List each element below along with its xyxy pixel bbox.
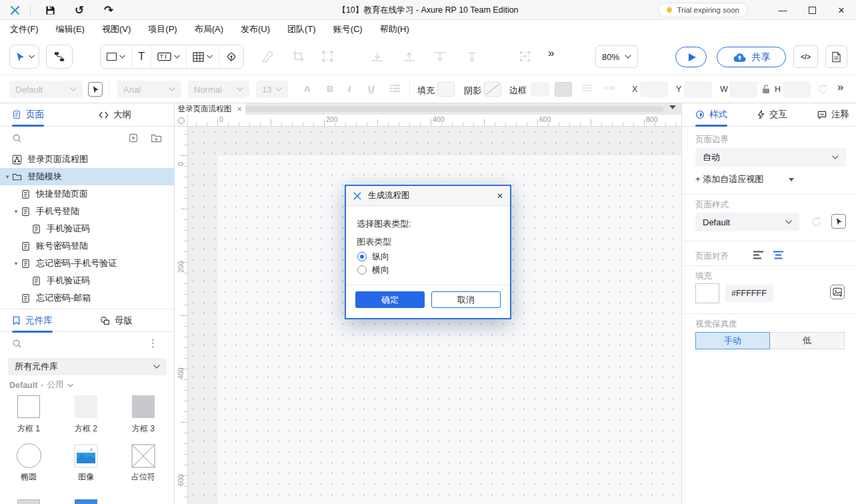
font-family-dropdown[interactable]: Arial [117,81,181,98]
menu-edit[interactable]: 编辑(E) [47,20,93,39]
add-page-icon[interactable] [128,133,139,143]
cancel-button[interactable]: 取消 [431,291,501,308]
text-tool-button[interactable]: T [132,45,151,68]
maximize-button[interactable] [797,0,827,20]
inspect-code-button[interactable]: </> [793,45,818,68]
redo-icon[interactable]: ↷ [99,2,119,18]
search-icon[interactable] [12,133,22,143]
fill-swatch[interactable] [437,82,455,97]
undo-icon[interactable]: ↺ [69,2,89,18]
font-color-button[interactable]: A [304,84,311,94]
menu-team[interactable]: 团队(T) [279,20,325,39]
menu-publish[interactable]: 发布(U) [232,20,279,39]
tab-style[interactable]: 样式 [695,103,727,126]
align-page-center-icon[interactable] [773,251,784,259]
page-bounds-dropdown[interactable]: 自动 [695,148,846,167]
radio-option-horizontal[interactable]: 横向 [357,264,389,276]
library-group-header[interactable]: Default · 公用 [9,379,73,391]
page-style-dropdown[interactable]: Default [695,213,799,231]
radio-option-vertical[interactable]: 纵向 [357,251,389,263]
fill-color-swatch[interactable] [695,283,719,303]
expand-arrow-icon[interactable]: ▾ [11,208,21,215]
expand-arrow-icon[interactable]: ▾ [11,260,21,267]
format-more-button[interactable]: » [837,81,842,94]
kebab-menu-icon[interactable]: ⋮ [148,337,158,349]
zoom-level-dropdown[interactable]: 80% [595,45,638,68]
table-tool-button[interactable] [187,45,219,68]
radio-selected-icon[interactable] [357,252,367,261]
h-field[interactable] [783,81,811,97]
close-button[interactable]: ✕ [827,0,856,20]
widget-box1[interactable] [0,395,57,418]
widget-ellipse[interactable] [0,443,57,468]
widget-partial-thumbnail[interactable] [75,499,97,504]
menu-view[interactable]: 视图(V) [93,20,139,39]
widget-box3[interactable] [115,395,172,418]
connector-tool-button[interactable] [46,45,73,69]
fill-image-button[interactable] [830,285,845,299]
dialog-header[interactable]: 生成流程图 ✕ [346,186,510,206]
border-width-field[interactable] [531,82,549,97]
tree-item-forgot-email[interactable]: 忘记密码-邮箱 [0,289,174,307]
preview-button[interactable] [675,47,707,67]
canvas-tab-active[interactable]: 登录页面流程图 ✕ [175,103,245,115]
documentation-button[interactable] [825,45,847,68]
tab-pages[interactable]: 页面 [12,103,44,126]
style-picker-button[interactable] [88,82,103,97]
tree-item-flow-diagram[interactable]: 登录页面流程图 [0,151,174,168]
tree-item-password-login[interactable]: 账号密码登陆 [0,237,174,255]
rectangle-tool-button[interactable] [101,45,132,68]
ruler-corner[interactable] [175,115,188,127]
menu-account[interactable]: 账号(C) [325,20,371,39]
tree-item-sms-code-2[interactable]: 手机验证码 [0,272,174,289]
expand-arrow-icon[interactable]: ▾ [3,173,12,180]
font-weight-dropdown[interactable]: Normal [188,81,249,98]
x-field[interactable] [640,81,668,97]
align-page-left-icon[interactable] [753,251,764,259]
page-style-picker-button[interactable] [831,214,846,229]
tab-widget-library[interactable]: 元件库 [12,309,53,332]
share-button[interactable]: 共享 [717,47,786,67]
shadow-swatch[interactable] [484,82,501,97]
radio-unselected-icon[interactable] [357,265,367,275]
tab-list-arrow-icon[interactable] [669,105,676,109]
minimize-button[interactable]: — [768,0,797,20]
menu-project[interactable]: 项目(P) [139,20,185,39]
dialog-close-icon[interactable]: ✕ [497,191,503,201]
search-icon[interactable] [12,339,22,349]
widget-placeholder[interactable] [115,444,172,468]
widget-partial-thumbnail[interactable] [17,499,40,504]
input-tool-button[interactable]: T [151,45,187,68]
tab-masters[interactable]: 母版 [100,309,133,332]
dropdown-arrow-icon[interactable] [789,178,794,181]
fidelity-low-option[interactable]: 低 [770,332,845,349]
unlock-icon[interactable] [761,84,771,94]
menu-file[interactable]: 文件(F) [1,20,47,39]
widget-image[interactable] [57,444,115,468]
italic-button[interactable]: I [348,84,351,94]
toolbar-more-button[interactable]: » [548,47,553,60]
bold-button[interactable]: B [327,84,333,94]
tab-close-icon[interactable]: ✕ [237,105,242,113]
add-folder-icon[interactable] [151,133,162,143]
tree-item-quick-login[interactable]: 快捷登陆页面 [0,185,174,203]
ok-button[interactable]: 确定 [355,291,425,308]
tab-notes[interactable]: 注释 [817,103,849,126]
library-filter-dropdown[interactable]: 所有元件库 [8,358,167,375]
fidelity-manual-option[interactable]: 手动 [695,332,770,349]
save-icon[interactable] [40,2,60,18]
tab-interactions[interactable]: 交互 [757,103,787,126]
tab-scrollbar[interactable] [241,106,664,112]
add-adaptive-view[interactable]: + 添加自适应视图 [695,173,794,185]
tree-item-forgot-phone-verify[interactable]: ▾ 忘记密码-手机号验证 [0,255,174,272]
pen-tool-button[interactable] [219,45,243,68]
w-field[interactable] [729,81,757,97]
trial-badge[interactable]: Trial expiring soon [658,3,748,17]
menu-help[interactable]: 帮助(H) [371,20,418,39]
border-color-swatch[interactable] [555,82,572,97]
tree-item-phone-login[interactable]: ▾ 手机号登陆 [0,203,174,220]
menu-arrange[interactable]: 布局(A) [186,20,232,39]
tab-outline[interactable]: 大纲 [99,103,131,126]
y-field[interactable] [684,81,712,97]
fill-hex-field[interactable]: #FFFFFF [725,285,773,302]
